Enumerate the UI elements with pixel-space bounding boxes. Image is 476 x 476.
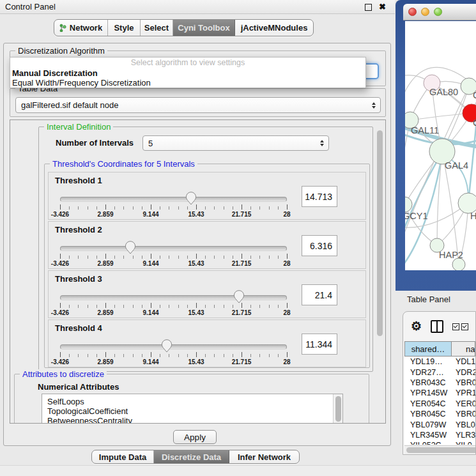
table-row[interactable]: YBL079WYBL0 <box>404 419 475 429</box>
tick-mark <box>205 206 206 210</box>
tab-infer-network[interactable]: Infer Network <box>229 450 299 463</box>
tick-mark <box>269 354 270 357</box>
tick-mark <box>60 303 61 308</box>
tab-jactivemnodules[interactable]: jActiveMNodules <box>235 20 313 36</box>
slider-thumb[interactable] <box>161 339 173 353</box>
table-row[interactable]: YER054CYER0 <box>404 399 475 409</box>
network-node-GCY1[interactable] <box>405 197 412 212</box>
threshold-3-slider[interactable]: -3.4262.8599.14415.4321.71528 <box>60 290 287 317</box>
table-cell: YLR345W <box>404 431 452 440</box>
slider-thumb[interactable] <box>185 191 197 205</box>
tab-label: Discretize Data <box>162 452 221 462</box>
apply-button[interactable]: Apply <box>173 430 217 444</box>
table-row[interactable]: YDL19…YDL1 <box>404 357 475 367</box>
slider-track[interactable] <box>60 344 287 349</box>
threshold-4-slider[interactable]: -3.4262.8599.14415.4321.71528 <box>60 339 287 366</box>
tick-mark <box>123 305 124 308</box>
combo-spinner-icon <box>320 140 324 146</box>
network-node-label: C <box>473 118 476 128</box>
dropdown-option-manual-discretization[interactable]: Manual Discretization <box>10 68 365 78</box>
table-cell: YDL19… <box>404 357 452 366</box>
tick-mark <box>278 354 279 357</box>
tab-label: jActiveMNodules <box>241 23 308 33</box>
tick-label: 15.43 <box>188 358 204 365</box>
table-data-combobox[interactable]: galFiltered.sif default node <box>15 97 381 113</box>
zoom-traffic-light-icon[interactable] <box>434 8 442 16</box>
table-row[interactable]: YDR27…YDR2 <box>404 367 475 377</box>
slider-thumb[interactable] <box>233 289 245 303</box>
slider-track[interactable] <box>60 197 287 202</box>
tab-select[interactable]: Select <box>141 20 173 36</box>
close-traffic-light-icon[interactable] <box>408 8 417 16</box>
table-row[interactable]: YBR043CYBR0 <box>404 378 475 388</box>
tick-mark <box>160 305 160 308</box>
tick-mark <box>287 204 288 210</box>
numerical-attributes-list[interactable]: SelfLoopsTopologicalCoefficientBetweenne… <box>42 394 343 424</box>
tick-label: 15.43 <box>188 260 204 267</box>
threshold-1-slider[interactable]: -3.4262.8599.14415.4321.71528 <box>60 192 287 219</box>
horizontal-scrollbar-thumb[interactable] <box>406 447 476 453</box>
tick-mark <box>242 303 242 308</box>
network-node-label: GAL80 <box>429 87 458 97</box>
tab-discretize-data[interactable]: Discretize Data <box>154 450 229 463</box>
threshold-1-value-field[interactable]: 14.713 <box>302 186 337 207</box>
list-item[interactable]: TopologicalCoefficient <box>42 406 342 416</box>
tick-mark <box>105 303 106 308</box>
tick-label: 21.715 <box>232 358 252 365</box>
tab-cyni-toolbox[interactable]: Cyni Toolbox <box>173 20 235 36</box>
tab-label: Style <box>114 23 134 33</box>
vertical-scrollbar[interactable] <box>377 130 383 336</box>
number-of-intervals-label: Number of Intervals <box>56 138 134 148</box>
tick-mark <box>224 206 224 210</box>
interval-definition-title: Interval Definition <box>44 122 113 132</box>
gear-icon[interactable]: ⚙ <box>411 320 422 333</box>
table-row[interactable]: YBR045CYBR0 <box>404 409 475 419</box>
tick-mark <box>169 256 169 259</box>
table-cell: YBR043C <box>404 378 452 387</box>
network-canvas[interactable]: GAL80GACGAL11GAL4GCY1HHAP2 <box>405 21 476 270</box>
algorithm-dropdown-popup: Select algorithm to view settings Manual… <box>10 57 366 88</box>
number-of-intervals-combobox[interactable]: 5 <box>142 135 329 151</box>
list-scrollbar-thumb[interactable] <box>335 396 341 422</box>
tick-mark <box>214 305 215 308</box>
cyni-toolbox-panel: Discretization Algorithm Select algorith… <box>3 43 391 446</box>
network-node-label: HAP2 <box>439 250 463 260</box>
tick-mark <box>250 305 251 308</box>
tick-mark <box>169 305 169 308</box>
column-header-shared-name[interactable]: shared… <box>404 341 452 357</box>
dropdown-option-equal-width-frequency[interactable]: Equal Width/Frequency Discretization <box>10 78 365 88</box>
float-window-icon[interactable] <box>365 4 372 11</box>
table-cell: YBR0 <box>452 378 475 387</box>
network-edge[interactable] <box>405 153 442 245</box>
minimize-traffic-light-icon[interactable] <box>421 8 429 16</box>
table-row[interactable]: YIL052CYIL0 <box>404 440 475 445</box>
threshold-2-value-field[interactable]: 6.316 <box>302 235 337 256</box>
tick-mark <box>114 256 115 259</box>
list-item[interactable]: SelfLoops <box>42 397 342 406</box>
threshold-2-slider[interactable]: -3.4262.8599.14415.4321.71528 <box>60 241 287 268</box>
threshold-3-value-field[interactable]: 21.4 <box>302 284 337 305</box>
slider-ticks <box>60 352 287 358</box>
tick-label: 21.715 <box>232 211 252 218</box>
tab-network[interactable]: Network <box>54 20 108 36</box>
slider-track[interactable] <box>60 246 287 251</box>
tab-impute-data[interactable]: Impute Data <box>92 450 154 463</box>
list-item[interactable]: BetweennessCentrality <box>42 416 342 424</box>
tab-style[interactable]: Style <box>108 20 141 36</box>
tick-mark <box>214 206 215 210</box>
threshold-4-value-field[interactable]: 11.344 <box>302 334 337 355</box>
close-icon[interactable]: ✖ <box>379 1 386 12</box>
tick-label: 28 <box>283 309 290 316</box>
tick-label: 2.859 <box>97 260 113 267</box>
column-header-name[interactable]: na <box>452 341 475 357</box>
slider-thumb[interactable] <box>125 240 136 254</box>
table-row[interactable]: YPR145WYPR1 <box>404 388 475 398</box>
tick-label: 2.859 <box>97 309 113 316</box>
table-row[interactable]: YLR345WYLR3 <box>404 430 475 440</box>
network-window-titlebar[interactable] <box>403 4 476 20</box>
tick-mark <box>160 354 160 357</box>
slider-tick-labels: -3.4262.8599.14415.4321.71528 <box>60 309 287 317</box>
split-columns-icon[interactable] <box>431 320 443 333</box>
slider-track[interactable] <box>60 295 287 300</box>
select-columns-icon[interactable] <box>452 323 468 330</box>
